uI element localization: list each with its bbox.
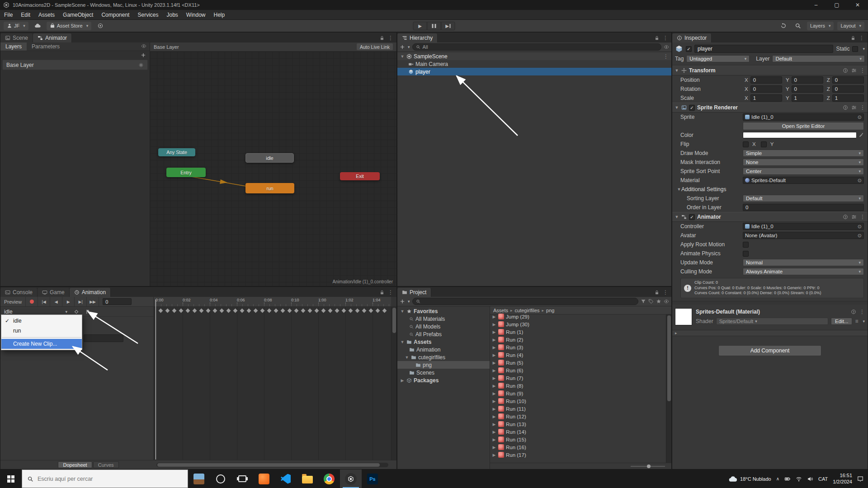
hierarchy-search-input[interactable]: All: [412, 43, 661, 51]
tab-project[interactable]: Project: [397, 288, 431, 297]
hidden-packages-icon[interactable]: [664, 299, 669, 304]
z-field[interactable]: 0: [832, 76, 864, 84]
play-button[interactable]: ▶: [413, 22, 427, 30]
project-file-row[interactable]: ▶ Run (15): [490, 436, 666, 443]
animation-vertical-scrollbar[interactable]: [391, 307, 396, 460]
panel-menu-icon[interactable]: ⋮: [388, 35, 393, 41]
folder-scenes[interactable]: Scenes: [397, 369, 490, 376]
breadcrumb-item[interactable]: ▸ png: [540, 308, 555, 313]
pinned-photo-icon[interactable]: [188, 469, 210, 488]
animator-component-header[interactable]: ▼ ✓ Animator ⋮: [672, 212, 868, 222]
component-menu-icon[interactable]: ⋮: [860, 67, 865, 74]
animation-horizontal-scrollbar[interactable]: [156, 463, 388, 467]
undo-history-button[interactable]: [778, 22, 789, 30]
x-field[interactable]: 0: [750, 85, 782, 93]
cloud-services-button[interactable]: [32, 22, 43, 30]
menu-item[interactable]: Jobs: [162, 10, 182, 19]
lock-icon[interactable]: [379, 290, 385, 295]
add-component-button[interactable]: Add Component: [718, 345, 821, 356]
project-file-row[interactable]: ▶ Run (4): [490, 351, 666, 359]
taskbar-search-input[interactable]: [38, 476, 183, 482]
project-file-row[interactable]: ▶ Run (5): [490, 359, 666, 366]
project-file-row[interactable]: ▶ Run (17): [490, 451, 666, 459]
project-file-row[interactable]: ▶ Jump (29): [490, 313, 666, 320]
expand-arrow-icon[interactable]: ▶: [492, 407, 496, 411]
project-file-row[interactable]: ▶ Run (11): [490, 405, 666, 413]
expand-arrow-icon[interactable]: ▶: [492, 361, 496, 365]
foldout-icon[interactable]: ▼: [400, 54, 405, 59]
enabled-checkbox[interactable]: ✓: [689, 105, 695, 111]
project-file-row[interactable]: ▶ Run (9): [490, 389, 666, 397]
task-view-icon[interactable]: [231, 469, 253, 488]
static-checkbox[interactable]: [852, 46, 858, 52]
active-checkbox[interactable]: ✓: [686, 46, 692, 52]
graph-breadcrumb[interactable]: Base Layer: [154, 44, 179, 50]
menu-item-run[interactable]: run: [1, 326, 82, 336]
expand-arrow-icon[interactable]: ▶: [492, 414, 496, 419]
menu-item[interactable]: Window: [182, 10, 210, 19]
maximize-button[interactable]: ▢: [826, 0, 847, 10]
presets-icon[interactable]: [851, 105, 857, 110]
next-key-button[interactable]: ▶|: [75, 297, 87, 306]
node-run[interactable]: run: [245, 183, 294, 193]
minimize-button[interactable]: –: [806, 0, 826, 10]
play-animation-button[interactable]: ▶: [62, 297, 75, 306]
keyframe-row[interactable]: [157, 309, 388, 312]
taskbar-search[interactable]: [22, 469, 188, 488]
panel-menu-icon[interactable]: ⋮: [388, 289, 393, 296]
project-create-button[interactable]: ▾: [400, 299, 410, 304]
layout-dropdown[interactable]: Layout▾: [837, 22, 864, 30]
layers-dropdown[interactable]: Layers▾: [807, 22, 834, 30]
y-field[interactable]: 0: [792, 85, 823, 93]
gear-icon[interactable]: [138, 62, 144, 68]
material-preview-strip[interactable]: ▸: [672, 330, 868, 336]
help-icon[interactable]: [843, 214, 848, 220]
sorting-layer-dropdown[interactable]: Default▾: [743, 195, 864, 202]
expand-arrow-icon[interactable]: ▶: [492, 330, 496, 334]
unity-taskbar-icon[interactable]: [340, 469, 362, 488]
breadcrumb-item[interactable]: ▸ cutegirlfiles: [508, 308, 540, 313]
edit-shader-button[interactable]: Edit...: [831, 318, 852, 325]
menu-item[interactable]: File: [0, 10, 17, 19]
material-preview-swatch[interactable]: [675, 308, 692, 325]
expand-arrow-icon[interactable]: ▶: [492, 430, 496, 434]
frame-field[interactable]: 0: [103, 298, 132, 305]
prev-key-button[interactable]: ◀: [50, 297, 62, 306]
subtab-layers[interactable]: Layers: [0, 42, 27, 51]
z-field[interactable]: 0: [832, 85, 864, 93]
panel-menu-icon[interactable]: ⋮: [663, 35, 668, 41]
menu-item-create-new-clip[interactable]: Create New Clip...: [1, 339, 82, 349]
foldout-icon[interactable]: ▼: [675, 68, 679, 73]
target-picker-button[interactable]: [95, 22, 106, 30]
z-field[interactable]: 1: [832, 94, 864, 102]
save-search-icon[interactable]: [656, 299, 661, 304]
timeline-ruler[interactable]: 0:000:020:040:060:080:101:001:021:04: [154, 297, 391, 306]
project-file-row[interactable]: ▶ Jump (30): [490, 320, 666, 328]
asset-store-button[interactable]: Asset Store▾: [47, 22, 91, 30]
folder-animation[interactable]: Animation: [397, 346, 490, 353]
enabled-checkbox[interactable]: ✓: [689, 214, 695, 220]
help-icon[interactable]: [851, 309, 856, 314]
folder-cutegirlfiles[interactable]: ▼ cutegirlfiles: [397, 353, 490, 361]
draw-mode-dropdown[interactable]: Simple▾: [743, 150, 864, 157]
project-file-row[interactable]: ▶ Run (14): [490, 428, 666, 436]
presets-icon[interactable]: [851, 214, 857, 220]
breadcrumb-item[interactable]: ▸ Assets: [493, 308, 508, 313]
update-mode-dropdown[interactable]: Normal▾: [743, 259, 864, 266]
project-vertical-scrollbar[interactable]: [666, 314, 671, 463]
add-layer-icon[interactable]: [141, 52, 146, 58]
thumbnail-zoom-slider[interactable]: [631, 466, 665, 467]
y-field[interactable]: 1: [792, 94, 823, 102]
mask-interaction-dropdown[interactable]: None▾: [743, 159, 864, 166]
chrome-icon[interactable]: [318, 469, 340, 488]
node-entry[interactable]: Entry: [166, 168, 206, 177]
tab-console[interactable]: Console: [0, 288, 38, 297]
expand-arrow-icon[interactable]: ▶: [492, 376, 496, 380]
layer-dropdown[interactable]: Default▾: [772, 55, 865, 62]
material-object-field[interactable]: Sprites-Default ⊙: [743, 177, 864, 184]
close-button[interactable]: ✕: [847, 0, 868, 10]
favorites-item[interactable]: All Prefabs: [397, 330, 490, 338]
menu-item[interactable]: Help: [210, 10, 229, 19]
packages-root[interactable]: ▶ Packages: [397, 376, 490, 384]
sprite-object-field[interactable]: Idle (1)_0 ⊙: [743, 113, 864, 121]
